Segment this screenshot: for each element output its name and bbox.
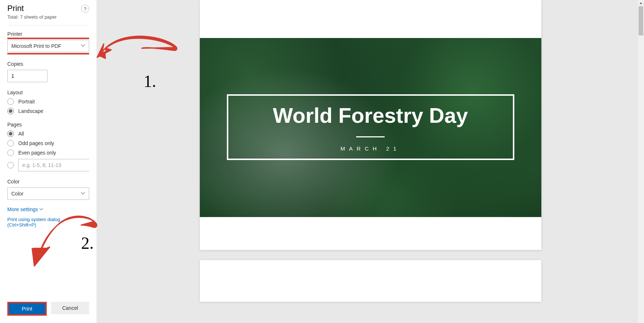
pages-even-option[interactable]: Even pages only — [7, 149, 89, 156]
cancel-button[interactable]: Cancel — [51, 302, 89, 314]
radio-icon — [7, 162, 14, 168]
pages-label: Pages — [7, 122, 89, 128]
pages-all-label: All — [18, 131, 24, 137]
sheet-count: Total: 7 sheets of paper — [7, 14, 57, 20]
scroll-up-icon[interactable] — [638, 0, 644, 6]
preview-hero-box: World Forestry Day MARCH 21 — [227, 94, 514, 160]
layout-portrait-label: Portrait — [18, 99, 35, 104]
preview-page-2 — [200, 260, 541, 302]
help-icon[interactable]: ? — [81, 5, 89, 13]
radio-icon — [7, 108, 14, 114]
pages-even-label: Even pages only — [18, 150, 56, 156]
annotation-highlight-1: Microsoft Print to PDF — [7, 38, 89, 54]
divider — [7, 25, 89, 26]
radio-icon — [7, 149, 14, 156]
color-label: Color — [7, 179, 89, 185]
printer-label: Printer — [7, 31, 89, 37]
chevron-down-icon — [81, 192, 85, 195]
annotation-highlight-2: Print — [7, 302, 47, 316]
radio-icon — [7, 140, 14, 147]
pages-custom-input[interactable] — [18, 159, 89, 171]
vertical-scrollbar[interactable] — [638, 0, 644, 323]
pages-odd-option[interactable]: Odd pages only — [7, 140, 89, 147]
copies-input[interactable] — [7, 70, 47, 82]
preview-hero-date: MARCH 21 — [340, 145, 400, 152]
copies-label: Copies — [7, 61, 89, 67]
pages-all-option[interactable]: All — [7, 130, 89, 137]
layout-label: Layout — [7, 90, 89, 95]
preview-hero-divider — [356, 136, 385, 137]
scrollbar-thumb[interactable] — [639, 6, 643, 35]
color-selected-value: Color — [11, 191, 23, 197]
print-sidebar: Print Total: 7 sheets of paper ? Printer… — [0, 0, 97, 323]
print-preview-area[interactable]: World Forestry Day MARCH 21 — [97, 0, 644, 323]
dialog-title: Print — [7, 4, 57, 13]
more-settings-label: More settings — [7, 206, 38, 212]
printer-select[interactable]: Microsoft Print to PDF — [7, 40, 89, 52]
radio-icon — [7, 130, 14, 137]
color-select[interactable]: Color — [7, 187, 89, 200]
chevron-down-icon — [40, 208, 43, 211]
printer-selected-value: Microsoft Print to PDF — [11, 43, 61, 49]
more-settings-link[interactable]: More settings — [7, 206, 43, 212]
layout-portrait-option[interactable]: Portrait — [7, 98, 89, 105]
layout-landscape-label: Landscape — [18, 108, 43, 114]
layout-landscape-option[interactable]: Landscape — [7, 108, 89, 114]
radio-icon — [7, 98, 14, 105]
preview-hero-title: World Forestry Day — [273, 103, 468, 128]
pages-odd-label: Odd pages only — [18, 140, 54, 146]
preview-page-1: World Forestry Day MARCH 21 — [200, 0, 541, 250]
chevron-down-icon — [81, 44, 85, 48]
pages-custom-option[interactable] — [7, 159, 89, 171]
preview-hero-image: World Forestry Day MARCH 21 — [200, 38, 541, 217]
system-dialog-link[interactable]: Print using system dialog... (Ctrl+Shift… — [7, 217, 89, 228]
print-button[interactable]: Print — [9, 303, 45, 314]
